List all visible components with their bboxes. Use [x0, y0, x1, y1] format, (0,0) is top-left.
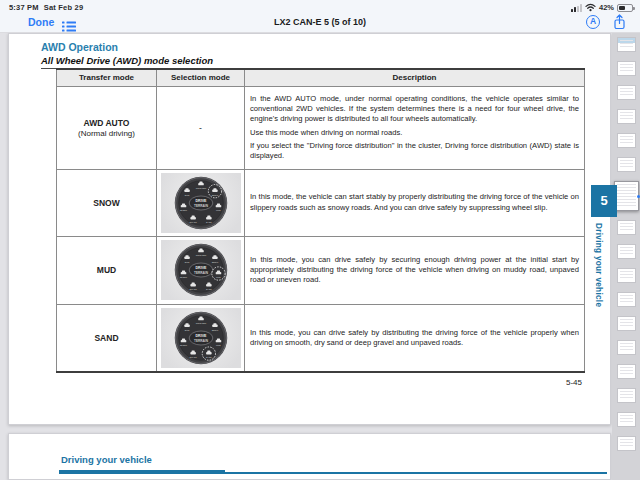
drive-mode-dial-image: DRIVETERRAINCOMFORTSNOWMUDSANDSMARTSPORT… — [161, 173, 241, 233]
svg-text:SNOW: SNOW — [211, 261, 218, 263]
mode-subname: (Normal driving) — [57, 129, 156, 138]
thumbnail-page[interactable] — [617, 61, 636, 76]
svg-text:SPORT: SPORT — [179, 276, 187, 278]
svg-text:ECO: ECO — [184, 193, 189, 195]
next-pdf-page: Driving your vehicle — [8, 433, 611, 480]
thumbnail-page[interactable] — [617, 85, 636, 100]
svg-text:COMFORT: COMFORT — [195, 187, 206, 189]
transfer-mode-cell: MUD — [57, 236, 157, 304]
col-header-description: Description — [245, 69, 585, 86]
table-row-sand: SAND DRIVETERRAINCOMFORTSNOWMUDSANDSMART… — [57, 304, 585, 372]
thumbnail-current-page[interactable] — [614, 181, 639, 211]
transfer-mode-cell: AWD AUTO (Normal driving) — [57, 86, 157, 169]
description-paragraph: In this mode, the vehicle can start stab… — [250, 192, 579, 212]
drive-mode-dial-image: DRIVETERRAINCOMFORTSNOWMUDSANDSMARTSPORT… — [161, 240, 241, 300]
table-row-awd-auto: AWD AUTO (Normal driving) - In the AWD A… — [57, 86, 585, 169]
svg-text:DRIVE: DRIVE — [195, 334, 207, 338]
svg-text:COMFORT: COMFORT — [195, 254, 206, 256]
top-chrome: 5:37 PMSat Feb 29 42% Done LX2 CAN-E 5 (… — [0, 0, 640, 33]
svg-text:SNOW: SNOW — [211, 329, 218, 331]
description-cell: In this mode, the vehicle can start stab… — [245, 169, 585, 236]
thumbnail-page[interactable] — [617, 340, 636, 355]
selection-mode-cell: DRIVETERRAINCOMFORTSNOWMUDSANDSMARTSPORT… — [157, 169, 245, 236]
description-paragraph: In the AWD AUTO mode, under normal opera… — [250, 94, 579, 124]
svg-text:TERRAIN: TERRAIN — [194, 203, 209, 207]
svg-text:ECO: ECO — [184, 261, 189, 263]
document-title: LX2 CAN-E 5 (5 of 10) — [0, 17, 640, 27]
svg-text:SNOW: SNOW — [211, 193, 218, 195]
battery-icon — [617, 4, 633, 12]
thumbnail-page[interactable] — [617, 220, 636, 235]
battery-percent: 42% — [599, 3, 614, 12]
chapter-vertical-label[interactable]: Driving your vehicle — [594, 223, 603, 323]
cellular-signal-icon — [571, 4, 582, 12]
svg-text:SMART: SMART — [189, 288, 197, 290]
awd-mode-table: Transfer mode Selection mode Description… — [56, 68, 585, 373]
status-time-date: 5:37 PMSat Feb 29 — [9, 3, 88, 12]
thumbnail-page[interactable] — [617, 436, 636, 451]
selection-mode-cell: - — [157, 86, 245, 169]
drive-mode-dial-image: DRIVETERRAINCOMFORTSNOWMUDSANDSMARTSPORT… — [161, 308, 241, 368]
pdf-page: AWD Operation All Wheel Drive (AWD) mode… — [8, 33, 611, 425]
col-header-selection-mode: Selection mode — [157, 69, 245, 86]
thumbnail-page[interactable] — [617, 388, 636, 403]
transfer-mode-cell: SAND — [57, 304, 157, 372]
subheading: All Wheel Drive (AWD) mode selection — [41, 55, 584, 69]
table-row-snow: SNOW DRIVETERRAINCOMFORTSNOWMUDSANDSMART… — [57, 169, 585, 236]
svg-text:COMFORT: COMFORT — [195, 322, 206, 324]
table-header-row: Transfer mode Selection mode Description — [57, 69, 585, 86]
svg-text:SAND: SAND — [205, 288, 211, 290]
next-page-chapter-heading: Driving your vehicle — [61, 454, 152, 465]
pdf-toolbar: Done LX2 CAN-E 5 (5 of 10) A — [0, 13, 640, 33]
thumbnail-page[interactable] — [617, 37, 636, 52]
section-heading: AWD Operation — [41, 41, 118, 53]
circled-a-icon: A — [590, 16, 596, 26]
thumbnail-page[interactable] — [617, 157, 636, 172]
svg-text:SPORT: SPORT — [179, 344, 187, 346]
svg-text:MUD: MUD — [216, 209, 221, 211]
table-row-mud: MUD DRIVETERRAINCOMFORTSNOWMUDSANDSMARTS… — [57, 236, 585, 304]
chapter-heading-underline-bar — [59, 470, 225, 474]
mode-name: AWD AUTO — [84, 118, 130, 128]
description-cell: In this mode, you can drive safely by se… — [245, 236, 585, 304]
thumbnail-page[interactable] — [617, 292, 636, 307]
description-cell: In the AWD AUTO mode, under normal opera… — [245, 86, 585, 169]
svg-text:SAND: SAND — [205, 356, 211, 358]
svg-text:MUD: MUD — [216, 344, 221, 346]
svg-text:DRIVE: DRIVE — [195, 266, 207, 270]
selection-mode-cell: DRIVETERRAINCOMFORTSNOWMUDSANDSMARTSPORT… — [157, 236, 245, 304]
thumbnail-page[interactable] — [617, 109, 636, 124]
svg-text:ECO: ECO — [184, 329, 189, 331]
svg-text:DRIVE: DRIVE — [195, 199, 207, 203]
description-paragraph: In this mode, you can drive safely by se… — [250, 255, 579, 285]
share-icon — [613, 14, 626, 30]
thumbnail-page[interactable] — [617, 268, 636, 283]
svg-text:SAND: SAND — [205, 221, 211, 223]
page-number: 5-45 — [566, 378, 582, 387]
share-button[interactable] — [613, 14, 626, 34]
chapter-tab[interactable]: 5 — [591, 185, 617, 217]
svg-text:MUD: MUD — [216, 276, 221, 278]
description-paragraph: Use this mode when driving on normal roa… — [250, 128, 579, 138]
chapter-heading-rule — [225, 472, 607, 474]
svg-text:TERRAIN: TERRAIN — [194, 339, 209, 343]
status-date: Sat Feb 29 — [44, 3, 84, 12]
svg-text:SMART: SMART — [189, 356, 197, 358]
description-cell: In this mode, you can drive safely by di… — [245, 304, 585, 372]
selection-mode-cell: DRIVETERRAINCOMFORTSNOWMUDSANDSMARTSPORT… — [157, 304, 245, 372]
thumbnail-page[interactable] — [617, 364, 636, 379]
thumbnail-strip[interactable] — [612, 33, 640, 480]
description-paragraph: If you select the "Driving force distrib… — [250, 141, 579, 161]
thumbnail-page[interactable] — [617, 316, 636, 331]
thumbnail-page[interactable] — [617, 133, 636, 148]
description-paragraph: In this mode, you can drive safely by di… — [250, 328, 579, 348]
svg-text:SPORT: SPORT — [179, 209, 187, 211]
transfer-mode-cell: SNOW — [57, 169, 157, 236]
wifi-icon — [585, 3, 596, 12]
appearance-button[interactable]: A — [586, 15, 600, 29]
col-header-transfer-mode: Transfer mode — [57, 69, 157, 86]
thumbnail-page[interactable] — [617, 412, 636, 427]
thumbnail-page[interactable] — [617, 244, 636, 259]
status-time: 5:37 PM — [9, 3, 39, 12]
svg-text:TERRAIN: TERRAIN — [194, 271, 209, 275]
